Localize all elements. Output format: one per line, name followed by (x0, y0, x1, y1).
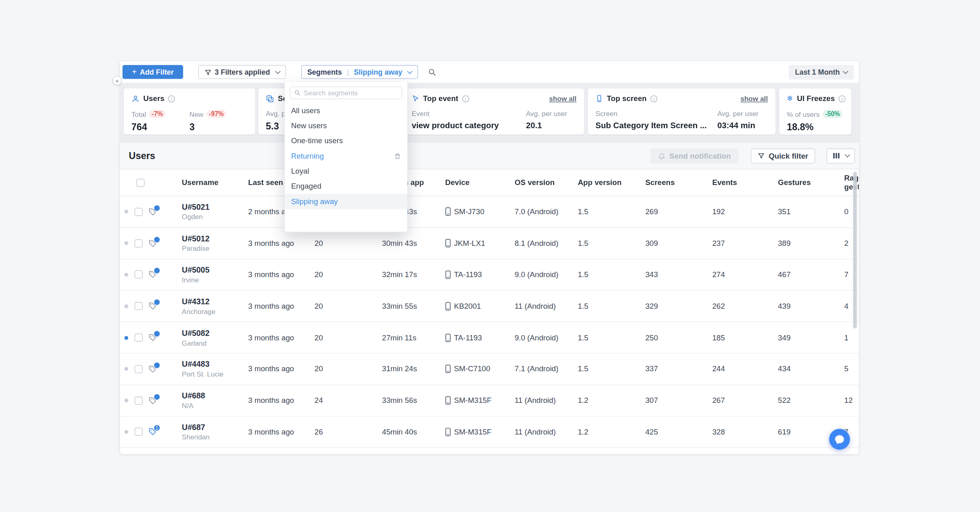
segment-search-input[interactable] (304, 89, 398, 97)
status-dot (125, 430, 128, 434)
info-icon[interactable]: i (462, 95, 469, 102)
vertical-scrollbar[interactable] (853, 172, 857, 328)
tag-icon[interactable] (148, 208, 157, 216)
table-row[interactable]: U#4312 Anchorage 3 months ago 20 33min 5… (120, 291, 859, 323)
tag-badge (153, 362, 160, 369)
segment-option[interactable]: All users (285, 103, 407, 118)
table-row[interactable]: U#5005 Irvine 3 months ago 20 32min 17s … (120, 259, 859, 291)
table-row[interactable]: U#4483 Port St. Lucie 3 months ago 20 31… (120, 354, 859, 385)
tag-icon[interactable] (148, 365, 157, 373)
search-icon[interactable] (428, 68, 436, 76)
row-controls (120, 354, 182, 385)
info-icon[interactable]: i (168, 95, 175, 102)
select-all-checkbox[interactable] (136, 179, 144, 187)
last-seen-cell: 3 months ago (248, 428, 314, 437)
screens-cell: 309 (645, 239, 712, 248)
column-header[interactable]: App version (578, 178, 645, 187)
stat-label: Total (131, 110, 146, 118)
table-row[interactable]: U#688 N/A 3 months ago 24 33min 56s SM-M… (120, 385, 859, 417)
rage-gestures-cell: 5 (844, 365, 859, 374)
device-cell: TA-1193 (445, 270, 514, 279)
device-icon (445, 396, 451, 405)
funnel-icon (758, 152, 765, 159)
device-cell: JKM-LX1 (445, 239, 514, 248)
app-canvas: + Add Filter 3 Filters applied Segments … (0, 0, 980, 512)
segment-option-label: All users (291, 106, 320, 115)
table-row[interactable]: U#5012 Paradise 3 months ago 20 30min 43… (120, 228, 859, 260)
row-checkbox[interactable] (135, 333, 143, 342)
table-row[interactable]: 1 U#687 Sheridan 3 months ago 26 45min 4… (120, 417, 859, 448)
column-header[interactable]: Username (182, 178, 248, 187)
column-header[interactable]: Screens (645, 178, 712, 187)
username-link[interactable]: U#4483 (182, 360, 248, 369)
segment-option[interactable]: Returning (285, 148, 407, 163)
last-seen-cell: 3 months ago (248, 365, 314, 374)
top-screen-card: Top screen i show all Screen Sub Categor… (588, 88, 775, 135)
table-row[interactable]: U#5082 Garland 3 months ago 20 27min 11s… (120, 322, 859, 354)
time-in-app-cell: 33min 56s (382, 396, 445, 405)
column-header[interactable]: Device (445, 178, 514, 187)
tag-icon[interactable] (148, 333, 157, 342)
tag-icon[interactable] (148, 302, 157, 310)
add-filter-button[interactable]: + Add Filter (122, 65, 183, 79)
column-header[interactable]: Gestures (778, 178, 844, 187)
row-checkbox[interactable] (135, 428, 143, 436)
segment-option[interactable]: One-time users (285, 133, 407, 148)
collapse-panel-button[interactable]: « (112, 76, 122, 85)
gestures-cell: 349 (778, 333, 844, 342)
info-icon[interactable]: i (838, 95, 845, 102)
username-link[interactable]: U#5021 (182, 203, 248, 212)
show-all-link[interactable]: show all (549, 95, 577, 103)
tag-icon[interactable]: 1 (148, 428, 157, 436)
section-title: Users (129, 150, 155, 161)
filters-applied-button[interactable]: 3 Filters applied (198, 65, 286, 79)
device-name: JKM-LX1 (454, 239, 485, 248)
username-link[interactable]: U#687 (182, 423, 248, 432)
segment-option[interactable]: New users (285, 118, 407, 133)
top-event-icon (412, 95, 419, 103)
row-checkbox[interactable] (135, 271, 143, 279)
segment-option[interactable]: Engaged (285, 179, 407, 194)
stat-label: Event (412, 110, 430, 118)
gestures-cell: 351 (778, 207, 844, 216)
username-link[interactable]: U#5012 (182, 234, 248, 243)
row-checkbox[interactable] (135, 396, 143, 404)
tag-icon[interactable] (148, 271, 157, 279)
tag-badge (153, 393, 160, 400)
quick-filter-button[interactable]: Quick filter (751, 148, 815, 163)
row-checkbox[interactable] (135, 208, 143, 216)
row-checkbox[interactable] (135, 302, 143, 310)
sessions-cell: 20 (314, 365, 382, 374)
row-checkbox[interactable] (135, 239, 143, 247)
username-link[interactable]: U#5005 (182, 266, 248, 275)
status-dot (125, 367, 128, 371)
show-all-link[interactable]: show all (740, 95, 768, 103)
tag-icon[interactable] (148, 239, 157, 247)
segments-button[interactable]: Segments | Slipping away (301, 65, 418, 79)
segment-option-label: Engaged (291, 182, 322, 191)
user-city: Ogden (182, 213, 248, 221)
main-panel: + Add Filter 3 Filters applied Segments … (120, 61, 859, 454)
sessions-cell: 20 (314, 270, 382, 279)
time-in-app-cell: 32min 17s (382, 270, 445, 279)
trash-icon[interactable] (394, 153, 401, 159)
row-checkbox[interactable] (135, 365, 143, 373)
date-range-button[interactable]: Last 1 Month (789, 65, 853, 80)
segment-search[interactable] (290, 86, 402, 99)
stat-value: view product category (412, 120, 526, 130)
username-link[interactable]: U#4312 (182, 297, 248, 306)
column-settings-button[interactable] (827, 148, 855, 163)
info-icon[interactable]: i (651, 95, 658, 102)
table-row[interactable]: U#5021 Ogden 2 months ago 33min 43s SM-J… (120, 196, 859, 228)
send-notification-button[interactable]: Send notification (650, 148, 738, 163)
username-link[interactable]: U#5082 (182, 329, 248, 338)
username-cell: U#4483 Port St. Lucie (182, 360, 248, 378)
tag-icon[interactable] (148, 396, 157, 404)
app-version-cell: 1.5 (578, 207, 645, 216)
column-header[interactable]: Events (712, 178, 778, 187)
segment-option[interactable]: Loyal (285, 163, 407, 179)
username-link[interactable]: U#688 (182, 392, 248, 400)
segment-option[interactable]: Slipping away (285, 194, 407, 209)
column-header[interactable]: OS version (515, 178, 578, 187)
chat-launcher-button[interactable] (829, 429, 850, 450)
